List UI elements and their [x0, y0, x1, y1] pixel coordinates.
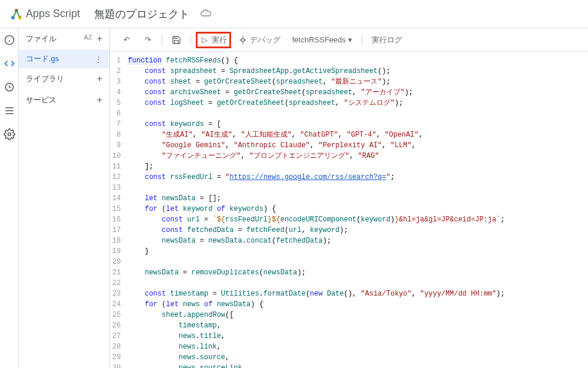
- cloud-status-icon: [200, 7, 212, 21]
- code-line[interactable]: "生成AI", "AI生成", "人工知能生成", "ChatGPT", "GP…: [128, 130, 505, 140]
- services-label: サービス: [26, 95, 56, 105]
- code-line[interactable]: [128, 183, 505, 193]
- rail-settings-icon[interactable]: [2, 127, 16, 141]
- code-line[interactable]: const logSheet = getOrCreateSheet(spread…: [128, 98, 505, 108]
- files-header: ファイル AZ +: [19, 28, 109, 49]
- rail-triggers-icon[interactable]: [2, 80, 16, 94]
- separator: [191, 35, 191, 45]
- code-line[interactable]: [128, 108, 505, 119]
- code-line[interactable]: for (let keyword of keywords) {: [128, 204, 505, 214]
- code-line[interactable]: const url = `${rssFeedUrl}${encodeURICom…: [128, 214, 505, 225]
- services-header: サービス +: [19, 89, 109, 111]
- line-gutter: 1234567891011121314151617181920212223242…: [110, 52, 125, 368]
- code-area[interactable]: function fetchRSSFeeds() { const spreads…: [125, 52, 505, 368]
- header: Apps Script 無題のプロジェクト: [0, 0, 588, 28]
- add-file-button[interactable]: +: [97, 34, 102, 44]
- save-icon: [172, 35, 181, 45]
- debug-button[interactable]: デバッグ: [233, 32, 285, 48]
- log-label: 実行ログ: [372, 35, 402, 45]
- debug-icon: [238, 35, 248, 45]
- sidebar: ファイル AZ + コード.gs ⋮ ライブラリ + サービス +: [19, 28, 110, 368]
- code-line[interactable]: }: [128, 246, 505, 257]
- apps-script-logo-icon: [9, 7, 24, 21]
- project-name[interactable]: 無題のプロジェクト: [94, 7, 189, 21]
- code-line[interactable]: const timestamp = Utilities.formatDate(n…: [128, 289, 505, 299]
- play-icon: ▷: [200, 35, 209, 45]
- code-line[interactable]: [128, 278, 505, 289]
- code-line[interactable]: news.source,: [128, 352, 505, 363]
- redo-icon: ↷: [143, 35, 152, 45]
- code-editor[interactable]: 1234567891011121314151617181920212223242…: [110, 52, 588, 368]
- chevron-down-icon: ▾: [348, 35, 352, 44]
- code-line[interactable]: [128, 257, 505, 267]
- redo-button[interactable]: ↷: [138, 33, 157, 47]
- function-select[interactable]: fetchRSSFeeds ▾: [288, 33, 357, 47]
- libraries-label: ライブラリ: [26, 74, 64, 84]
- code-line[interactable]: let newsData = [];: [128, 193, 505, 204]
- libraries-header: ライブラリ +: [19, 68, 109, 89]
- code-line[interactable]: const sheet = getOrCreateSheet(spreadshe…: [128, 77, 505, 87]
- code-line[interactable]: news.link,: [128, 342, 505, 352]
- code-line[interactable]: for (let news of newsData) {: [128, 299, 505, 310]
- code-line[interactable]: "Google Gemini", "Anthropic Claude", "Pe…: [128, 140, 505, 151]
- code-line[interactable]: news.sourceLink,: [128, 363, 505, 368]
- add-library-button[interactable]: +: [97, 74, 102, 84]
- separator: [162, 35, 162, 45]
- sort-icon[interactable]: AZ: [84, 34, 92, 44]
- execution-log-button[interactable]: 実行ログ: [367, 32, 407, 48]
- product-name: Apps Script: [26, 8, 80, 20]
- code-line[interactable]: sheet.appendRow([: [128, 310, 505, 320]
- code-line[interactable]: function fetchRSSFeeds() {: [128, 55, 505, 66]
- debug-label: デバッグ: [250, 35, 280, 45]
- rail-editor-icon[interactable]: [2, 57, 16, 71]
- toolbar: ↶ ↷ ▷ 実行 デバッグ fetchRSSFeeds ▾ 実行ログ: [110, 28, 588, 52]
- code-line[interactable]: const spreadsheet = SpreadsheetApp.getAc…: [128, 66, 505, 77]
- code-line[interactable]: const rssFeedUrl = "https://news.google.…: [128, 172, 505, 183]
- run-button[interactable]: ▷ 実行: [196, 32, 231, 48]
- code-line[interactable]: news.title,: [128, 331, 505, 342]
- code-line[interactable]: timestamp,: [128, 320, 505, 331]
- svg-point-12: [8, 133, 11, 136]
- undo-icon: ↶: [122, 35, 131, 45]
- files-label: ファイル: [26, 34, 56, 44]
- file-item-code-gs[interactable]: コード.gs ⋮: [19, 49, 109, 68]
- code-line[interactable]: "ファインチューニング", "プロンプトエンジニアリング", "RAG": [128, 151, 505, 161]
- code-line[interactable]: const fetchedData = fetchFeed(url, keywo…: [128, 225, 505, 236]
- save-button[interactable]: [167, 33, 186, 47]
- code-line[interactable]: newsData = newsData.concat(fetchedData);: [128, 236, 505, 246]
- add-service-button[interactable]: +: [97, 95, 102, 105]
- code-line[interactable]: ];: [128, 161, 505, 172]
- code-line[interactable]: const keywords = [: [128, 119, 505, 130]
- function-name: fetchRSSFeeds: [292, 35, 346, 44]
- undo-button[interactable]: ↶: [117, 33, 136, 47]
- run-label: 実行: [212, 35, 227, 45]
- left-rail: [0, 28, 19, 368]
- file-name: コード.gs: [26, 54, 59, 64]
- code-line[interactable]: const archiveSheet = getOrCreateSheet(sp…: [128, 87, 505, 98]
- separator: [362, 35, 362, 45]
- file-menu-icon[interactable]: ⋮: [95, 55, 102, 64]
- logo: Apps Script: [9, 7, 80, 21]
- code-line[interactable]: newsData = removeDuplicates(newsData);: [128, 267, 505, 278]
- rail-executions-icon[interactable]: [2, 104, 16, 118]
- rail-overview-icon[interactable]: [2, 33, 16, 47]
- svg-line-8: [9, 87, 11, 88]
- svg-point-13: [241, 38, 244, 41]
